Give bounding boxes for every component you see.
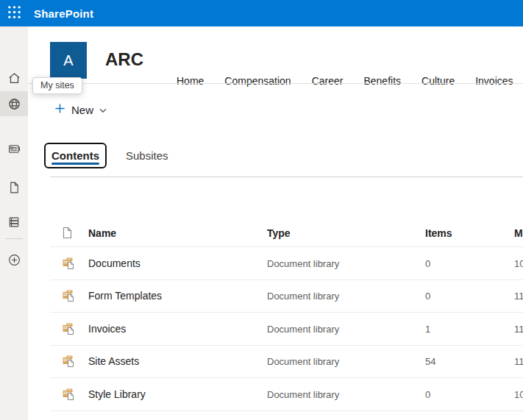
nav-item-home[interactable]: Home — [177, 75, 204, 87]
tabs-divider — [50, 177, 523, 177]
nav-item-compensation[interactable]: Compensation — [224, 75, 291, 87]
add-circle-icon[interactable] — [0, 249, 28, 271]
nav-item-invoices[interactable]: Invoices — [475, 75, 513, 87]
main-content: A ARC Home Compensation Career Benefits … — [28, 26, 523, 420]
row-type: Document library — [267, 388, 339, 399]
globe-icon[interactable] — [0, 91, 28, 116]
new-button[interactable]: New — [50, 100, 111, 119]
header-divider — [28, 83, 523, 84]
suite-app-name[interactable]: SharePoint — [34, 7, 93, 20]
table-row[interactable]: Site Assets Document library 54 11 — [50, 346, 523, 379]
table-header-row: Name Type Items M — [50, 221, 523, 247]
rail-divider — [5, 238, 23, 239]
site-logo-avatar[interactable]: A — [50, 42, 87, 79]
new-button-label: New — [71, 104, 93, 116]
row-type: Document library — [267, 257, 339, 268]
row-modified: 11 — [514, 291, 523, 302]
command-bar: New — [50, 97, 111, 122]
plus-icon — [54, 103, 65, 116]
row-type: Document library — [267, 291, 339, 302]
tab-contents-label: Contents — [51, 149, 99, 162]
library-stack-icon[interactable] — [0, 211, 28, 233]
row-name-link[interactable]: Invoices — [88, 323, 126, 335]
waffle-icon — [7, 5, 21, 21]
row-name-link[interactable]: Documents — [88, 257, 140, 269]
table-row[interactable]: Documents Document library 0 10 — [50, 247, 523, 280]
nav-item-benefits[interactable]: Benefits — [363, 75, 401, 87]
row-modified: 11 — [514, 323, 523, 334]
document-library-icon — [62, 388, 75, 401]
site-contents-table: Name Type Items M — [50, 221, 523, 420]
table-row-partial[interactable] — [50, 411, 523, 420]
tab-active-underline — [51, 163, 99, 165]
row-items-count: 0 — [425, 388, 430, 399]
suite-bar: SharePoint — [0, 0, 523, 26]
row-type: Document library — [267, 323, 339, 334]
document-library-icon — [62, 257, 75, 270]
document-library-icon — [62, 289, 75, 302]
home-icon[interactable] — [0, 67, 28, 89]
tab-subsites[interactable]: Subsites — [118, 143, 176, 168]
row-name-link[interactable]: Form Templates — [88, 290, 162, 302]
nav-item-culture[interactable]: Culture — [421, 75, 455, 87]
row-type: Document library — [267, 356, 339, 367]
hub-navigation: Home Compensation Career Benefits Cultur… — [177, 75, 513, 87]
row-items-count: 0 — [425, 291, 430, 302]
row-name-link[interactable]: Site Assets — [88, 355, 139, 367]
left-rail — [0, 26, 28, 420]
table-row[interactable]: Form Templates Document library 0 11 — [50, 280, 523, 313]
nav-item-career[interactable]: Career — [312, 75, 344, 87]
tab-subsites-label: Subsites — [126, 149, 168, 162]
app-launcher-button[interactable] — [0, 0, 28, 26]
table-row[interactable]: Style Library Document library 0 10 — [50, 378, 523, 411]
table-row[interactable]: Invoices Document library 1 11 — [50, 313, 523, 346]
column-header-modified[interactable]: M — [514, 227, 523, 239]
column-header-name[interactable]: Name — [88, 227, 116, 239]
my-sites-tooltip: My sites — [32, 77, 82, 94]
row-modified: 11 — [514, 356, 523, 367]
column-header-items[interactable]: Items — [425, 227, 452, 239]
row-items-count: 1 — [425, 323, 430, 334]
document-icon[interactable] — [0, 177, 28, 199]
row-modified: 10 — [514, 257, 523, 268]
row-items-count: 0 — [425, 257, 430, 268]
document-library-icon — [62, 355, 75, 368]
chevron-down-icon — [99, 104, 107, 115]
pivot-tabs: Contents Subsites — [44, 143, 176, 168]
site-title[interactable]: ARC — [105, 49, 143, 70]
row-name-link[interactable]: Style Library — [88, 388, 146, 400]
tab-contents[interactable]: Contents — [44, 143, 107, 168]
column-header-type[interactable]: Type — [267, 227, 291, 239]
row-items-count: 54 — [425, 356, 435, 367]
news-icon[interactable] — [0, 138, 28, 160]
row-modified: 10 — [514, 388, 523, 399]
file-type-column-icon[interactable] — [62, 227, 73, 241]
document-library-icon — [62, 322, 75, 335]
